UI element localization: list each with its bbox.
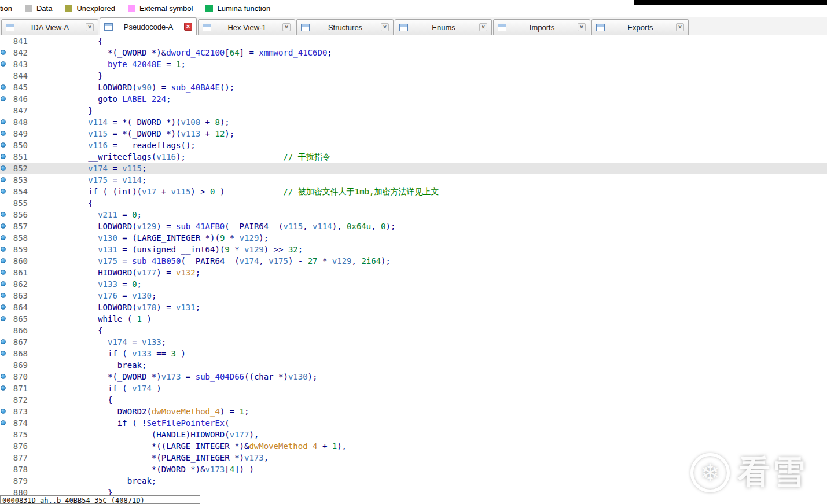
code-line[interactable]: 864 LODWORD(v178) = v131; [0, 301, 827, 313]
code-line[interactable]: 855 { [0, 197, 827, 209]
code-text[interactable]: if ( v133 == 3 ) [32, 348, 186, 359]
code-line[interactable]: 856 v211 = 0; [0, 209, 827, 220]
code-line[interactable]: 873 DWORD2(dwMoveMethod_4) = 1; [0, 406, 827, 417]
code-line[interactable]: 867 v174 = v133; [0, 336, 827, 348]
code-text[interactable]: v130 = (LARGE_INTEGER *)(9 * v129); [32, 232, 269, 244]
tab-close-button[interactable]: ✕ [676, 23, 684, 31]
tab-close-button[interactable]: ✕ [184, 23, 192, 31]
line-gutter: 853 [0, 174, 32, 186]
code-text[interactable]: (HANDLE)HIDWORD(v177), [32, 429, 259, 440]
code-text[interactable]: DWORD2(dwMoveMethod_4) = 1; [32, 406, 249, 417]
code-text[interactable]: if ( (int)(v17 + v115) > 0 ) // 被加密文件大于1… [32, 186, 439, 197]
tab-close-button[interactable]: ✕ [86, 23, 94, 31]
code-text[interactable]: { [32, 325, 103, 336]
code-text[interactable]: v174 = v115; [32, 163, 146, 174]
code-text[interactable]: goto LABEL_224; [32, 93, 171, 105]
code-text[interactable]: v116 = __readeflags(); [32, 139, 196, 151]
legend-item: Unexplored [65, 4, 115, 13]
code-line[interactable]: 853 v175 = v114; [0, 174, 827, 186]
code-line[interactable]: 863 v176 = v130; [0, 290, 827, 301]
code-text[interactable]: LODWORD(v129) = sub_41AFB0(__PAIR64__(v1… [32, 220, 395, 232]
code-text[interactable]: } [32, 105, 93, 116]
code-text[interactable]: v174 = v133; [32, 336, 166, 348]
code-line[interactable]: 860 v175 = sub_41B050(__PAIR64__(v174, v… [0, 255, 827, 267]
code-line[interactable]: 875 (HANDLE)HIDWORD(v177), [0, 429, 827, 440]
code-line[interactable]: 865 while ( 1 ) [0, 313, 827, 325]
code-text[interactable]: v211 = 0; [32, 209, 142, 220]
code-line[interactable]: 866 { [0, 325, 827, 336]
code-line[interactable]: 876 *((LARGE_INTEGER *)&dwMoveMethod_4 +… [0, 440, 827, 452]
code-text[interactable]: v115 = *(_DWORD *)(v113 + 12); [32, 128, 234, 139]
code-line[interactable]: 878 *(DWORD *)&v173[4]) ) [0, 463, 827, 475]
code-line[interactable]: 854 if ( (int)(v17 + v115) > 0 ) // 被加密文… [0, 186, 827, 197]
code-line[interactable]: 858 v130 = (LARGE_INTEGER *)(9 * v129); [0, 232, 827, 244]
tab-structures[interactable]: Structures✕ [296, 19, 394, 35]
code-text[interactable]: *((LARGE_INTEGER *)&dwMoveMethod_4 + 1), [32, 440, 347, 452]
code-line[interactable]: 859 v131 = (unsigned __int64)(9 * v129) … [0, 244, 827, 255]
code-line[interactable]: 861 HIDWORD(v177) = v132; [0, 267, 827, 278]
code-line[interactable]: 872 { [0, 394, 827, 406]
code-line[interactable]: 851 __writeeflags(v116); // 干扰指令 [0, 151, 827, 163]
tab-close-button[interactable]: ✕ [282, 23, 291, 31]
code-text[interactable]: if ( !SetFilePointerEx( [32, 417, 230, 429]
code-text[interactable]: __writeeflags(v116); // 干扰指令 [32, 151, 330, 163]
code-line[interactable]: 842 *(_OWORD *)&dword_4C2100[64] = xmmwo… [0, 47, 827, 58]
line-gutter: 858 [0, 232, 32, 244]
code-text[interactable]: break; [32, 475, 156, 487]
code-line[interactable]: 868 if ( v133 == 3 ) [0, 348, 827, 359]
code-text[interactable]: *(DWORD *)&v173[4]) ) [32, 463, 254, 475]
code-text[interactable]: { [32, 394, 112, 406]
code-text[interactable]: { [32, 197, 93, 209]
tab-close-button[interactable]: ✕ [381, 23, 389, 31]
tab-pseudocode-a[interactable]: Pseudocode-A✕ [100, 17, 197, 35]
tab-hex-view-1[interactable]: Hex View-1✕ [198, 19, 295, 35]
code-line[interactable]: 879 break; [0, 475, 827, 487]
code-text[interactable]: HIDWORD(v177) = v132; [32, 267, 200, 278]
code-line[interactable]: 846 goto LABEL_224; [0, 93, 827, 105]
tab-ida-view-a[interactable]: IDA View-A✕ [1, 19, 98, 35]
address-dot-icon [1, 96, 6, 101]
code-line[interactable]: 870 *(_DWORD *)v173 = sub_404D66((char *… [0, 371, 827, 382]
code-text[interactable]: *(_OWORD *)&dword_4C2100[64] = xmmword_4… [32, 47, 332, 58]
tab-imports[interactable]: Imports✕ [493, 19, 590, 35]
code-line[interactable]: 845 LODWORD(v90) = sub_40BA4E(); [0, 82, 827, 93]
code-line[interactable]: 850 v116 = __readeflags(); [0, 139, 827, 151]
code-text[interactable]: byte_42048E = 1; [32, 58, 186, 70]
tab-enums[interactable]: Enums✕ [395, 19, 492, 35]
code-text[interactable]: *(PLARGE_INTEGER *)v173, [32, 452, 269, 463]
code-text[interactable]: *(_DWORD *)v173 = sub_404D66((char *)v13… [32, 371, 317, 382]
code-text[interactable]: { [32, 35, 103, 47]
tab-close-button[interactable]: ✕ [479, 23, 487, 31]
legend-label: External symbol [139, 4, 193, 13]
code-line[interactable]: 843 byte_42048E = 1; [0, 58, 827, 70]
code-line[interactable]: 852 v174 = v115; [0, 163, 827, 174]
code-line[interactable]: 847 } [0, 105, 827, 116]
code-text[interactable]: v133 = 0; [32, 278, 142, 290]
code-line[interactable]: 871 if ( v174 ) [0, 382, 827, 394]
code-line[interactable]: 877 *(PLARGE_INTEGER *)v173, [0, 452, 827, 463]
code-text[interactable]: v175 = v114; [32, 174, 146, 186]
code-line[interactable]: 862 v133 = 0; [0, 278, 827, 290]
code-text[interactable]: break; [32, 359, 146, 371]
code-line[interactable]: 848 v114 = *(_DWORD *)(v108 + 8); [0, 116, 827, 128]
code-text[interactable]: LODWORD(v90) = sub_40BA4E(); [32, 82, 234, 93]
address-dot-icon [1, 235, 6, 240]
code-text[interactable]: } [32, 70, 103, 82]
code-line[interactable]: 849 v115 = *(_DWORD *)(v113 + 12); [0, 128, 827, 139]
tab-exports[interactable]: Exports✕ [591, 19, 689, 35]
code-text[interactable]: LODWORD(v178) = v131; [32, 301, 200, 313]
code-line[interactable]: 844 } [0, 70, 827, 82]
code-line[interactable]: 857 LODWORD(v129) = sub_41AFB0(__PAIR64_… [0, 220, 827, 232]
code-text[interactable]: v131 = (unsigned __int64)(9 * v129) >> 3… [32, 244, 303, 255]
code-text[interactable]: v175 = sub_41B050(__PAIR64__(v174, v175)… [32, 255, 391, 267]
line-number: 877 [13, 452, 28, 463]
code-text[interactable]: v176 = v130; [32, 290, 156, 301]
code-text[interactable]: if ( v174 ) [32, 382, 161, 394]
code-text[interactable]: v114 = *(_DWORD *)(v108 + 8); [32, 116, 230, 128]
tab-close-button[interactable]: ✕ [578, 23, 586, 31]
code-text[interactable]: while ( 1 ) [32, 313, 152, 325]
code-line[interactable]: 874 if ( !SetFilePointerEx( [0, 417, 827, 429]
line-gutter: 859 [0, 244, 32, 255]
code-line[interactable]: 841 { [0, 35, 827, 47]
code-line[interactable]: 869 break; [0, 359, 827, 371]
